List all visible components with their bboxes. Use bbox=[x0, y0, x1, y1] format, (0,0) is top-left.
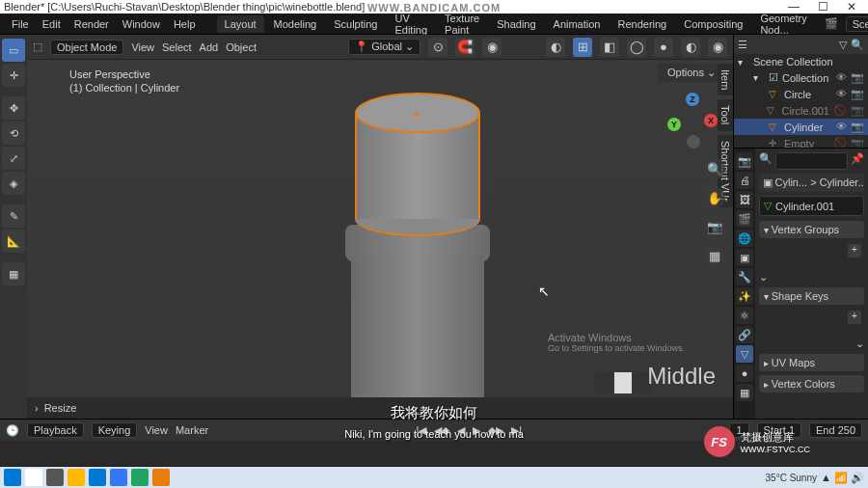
shading-rendered-icon[interactable]: ◉ bbox=[708, 38, 727, 57]
outliner-scene-collection[interactable]: ▾ Scene Collection bbox=[734, 54, 868, 69]
timeline-type-icon[interactable]: 🕒 bbox=[6, 424, 19, 437]
tab-uv-editing[interactable]: UV Editing bbox=[387, 10, 435, 39]
tab-sculpting[interactable]: Sculpting bbox=[326, 15, 385, 33]
prop-tab-object[interactable]: ▣ bbox=[736, 249, 753, 266]
tab-rendering[interactable]: Rendering bbox=[610, 15, 674, 33]
weather-widget[interactable]: 35°C Sunny bbox=[766, 473, 817, 483]
orientation-selector[interactable]: 📍 Global ⌄ bbox=[348, 39, 420, 55]
measure-tool[interactable]: 📐 bbox=[2, 230, 25, 253]
prop-tab-modifiers[interactable]: 🔧 bbox=[736, 268, 753, 285]
gizmo-toggle-icon[interactable]: ◐ bbox=[546, 38, 565, 57]
tab-layout[interactable]: Layout bbox=[217, 15, 264, 33]
3d-viewport[interactable]: ⬚ Object Mode View Select Add Object 📍 G… bbox=[27, 35, 733, 419]
prop-tab-material[interactable]: ● bbox=[736, 365, 753, 382]
taskview-icon[interactable] bbox=[46, 469, 64, 486]
shading-material-icon[interactable]: ◐ bbox=[681, 38, 700, 57]
tl-keying[interactable]: Keying bbox=[92, 422, 138, 438]
cursor-tool[interactable]: ✛ bbox=[2, 64, 25, 87]
navigation-gizmo[interactable]: X Y Z bbox=[662, 91, 721, 150]
cylinder-object[interactable] bbox=[355, 93, 490, 419]
transform-tool[interactable]: ◈ bbox=[2, 172, 25, 195]
prop-tab-particles[interactable]: ✨ bbox=[736, 287, 753, 305]
zoom-icon[interactable]: 🔍 bbox=[704, 158, 725, 179]
vp-menu-select[interactable]: Select bbox=[162, 41, 192, 53]
add-vertex-group-button[interactable]: + bbox=[848, 244, 861, 258]
section-shape-keys[interactable]: ▾ Shape Keys bbox=[759, 287, 864, 305]
app-icon-2[interactable] bbox=[131, 469, 149, 486]
start-button[interactable] bbox=[4, 469, 21, 486]
snap-icon[interactable]: 🧲 bbox=[455, 38, 475, 57]
search-taskbar-icon[interactable] bbox=[25, 469, 42, 486]
rotate-tool[interactable]: ⟲ bbox=[2, 122, 25, 145]
app-icon[interactable] bbox=[110, 469, 127, 486]
shading-solid-icon[interactable]: ● bbox=[654, 38, 673, 57]
perspective-icon[interactable]: ▦ bbox=[704, 245, 725, 266]
vp-menu-view[interactable]: View bbox=[131, 41, 154, 53]
xray-icon[interactable]: ◧ bbox=[600, 38, 619, 57]
menu-edit[interactable]: Edit bbox=[37, 16, 67, 32]
close-button[interactable]: ✕ bbox=[839, 0, 864, 14]
tab-texture-paint[interactable]: Texture Paint bbox=[437, 10, 487, 39]
options-dropdown[interactable]: Options ⌄ bbox=[658, 64, 725, 82]
add-cube-tool[interactable]: ▦ bbox=[2, 262, 25, 285]
properties-breadcrumb[interactable]: ▣ Cylin... > Cylinder... bbox=[759, 174, 864, 192]
explorer-icon[interactable] bbox=[68, 469, 85, 486]
tab-shading[interactable]: Shading bbox=[489, 15, 543, 33]
tl-marker[interactable]: Marker bbox=[176, 424, 208, 436]
outliner-item-cylinder[interactable]: ▽ Cylinder 👁📷 bbox=[734, 119, 868, 135]
scale-tool[interactable]: ⤢ bbox=[2, 147, 25, 170]
menu-help[interactable]: Help bbox=[168, 16, 202, 32]
tab-geometry-nodes[interactable]: Geometry Nod... bbox=[752, 10, 814, 39]
annotate-tool[interactable]: ✎ bbox=[2, 204, 25, 228]
menu-render[interactable]: Render bbox=[68, 16, 115, 32]
prop-tab-physics[interactable]: ⚛ bbox=[736, 307, 753, 324]
outliner-filter-icon[interactable]: ▽ bbox=[839, 39, 847, 51]
mode-selector[interactable]: Object Mode bbox=[50, 40, 123, 55]
scene-selector[interactable]: Scene bbox=[846, 16, 868, 32]
proportional-icon[interactable]: ◉ bbox=[482, 38, 502, 57]
edge-icon[interactable] bbox=[89, 469, 106, 486]
pin-icon[interactable]: 📌 bbox=[851, 152, 864, 170]
mesh-name-field[interactable]: ▽ Cylinder.001 bbox=[759, 196, 864, 216]
editor-type-icon[interactable]: ⬚ bbox=[33, 41, 42, 53]
section-uv-maps[interactable]: ▸ UV Maps bbox=[759, 354, 864, 371]
outliner-item-circle001[interactable]: ▽ Circle.001 🚫📷 bbox=[734, 102, 868, 119]
prop-tab-world[interactable]: 🌐 bbox=[736, 230, 753, 247]
prop-tab-viewlayer[interactable]: 🖼 bbox=[736, 191, 753, 208]
tab-animation[interactable]: Animation bbox=[546, 15, 609, 33]
camera-view-icon[interactable]: 📷 bbox=[704, 216, 725, 237]
add-shape-key-button[interactable]: + bbox=[848, 311, 861, 324]
axis-z[interactable]: Z bbox=[686, 93, 699, 106]
prop-tab-output[interactable]: 🖨 bbox=[736, 172, 753, 189]
prop-tab-constraints[interactable]: 🔗 bbox=[736, 326, 753, 343]
tab-compositing[interactable]: Compositing bbox=[676, 15, 750, 33]
vp-menu-add[interactable]: Add bbox=[200, 41, 219, 53]
select-box-tool[interactable]: ▭ bbox=[2, 39, 25, 62]
overlay-toggle-icon[interactable]: ⊞ bbox=[573, 38, 592, 57]
axis-x[interactable]: X bbox=[704, 114, 718, 127]
properties-search-input[interactable] bbox=[775, 152, 848, 170]
end-frame-field[interactable]: End 250 bbox=[809, 422, 862, 438]
shading-wireframe-icon[interactable]: ◯ bbox=[627, 38, 646, 57]
outliner-collection[interactable]: ▾☑ Collection 👁📷 bbox=[734, 69, 868, 86]
prop-tab-scene[interactable]: 🎬 bbox=[736, 210, 753, 228]
outliner-item-empty[interactable]: ✛ Empty 🚫📷 bbox=[734, 135, 868, 149]
tab-modeling[interactable]: Modeling bbox=[266, 15, 325, 33]
outliner-type-icon[interactable]: ☰ bbox=[738, 39, 747, 51]
tl-playback[interactable]: Playback bbox=[27, 422, 84, 438]
move-view-icon[interactable]: ✋ bbox=[704, 187, 725, 208]
vp-menu-object[interactable]: Object bbox=[226, 41, 257, 53]
menu-window[interactable]: Window bbox=[117, 16, 166, 32]
prop-tab-data[interactable]: ▽ bbox=[736, 345, 753, 363]
tl-view[interactable]: View bbox=[145, 424, 168, 436]
section-vertex-groups[interactable]: ▾ Vertex Groups bbox=[759, 221, 864, 238]
axis-y[interactable]: Y bbox=[667, 118, 681, 131]
prop-tab-render[interactable]: 📷 bbox=[736, 152, 753, 170]
prop-tab-texture[interactable]: ▦ bbox=[736, 384, 753, 401]
section-vertex-colors[interactable]: ▸ Vertex Colors bbox=[759, 375, 864, 393]
menu-file[interactable]: File bbox=[6, 16, 35, 32]
tray-icons[interactable]: ▲ 📶 🔊 bbox=[821, 472, 864, 484]
outliner-item-circle[interactable]: ▽ Circle 👁📷 bbox=[734, 86, 868, 102]
pivot-icon[interactable]: ⊙ bbox=[428, 38, 448, 57]
outliner-search-icon[interactable]: 🔍 bbox=[851, 39, 864, 51]
